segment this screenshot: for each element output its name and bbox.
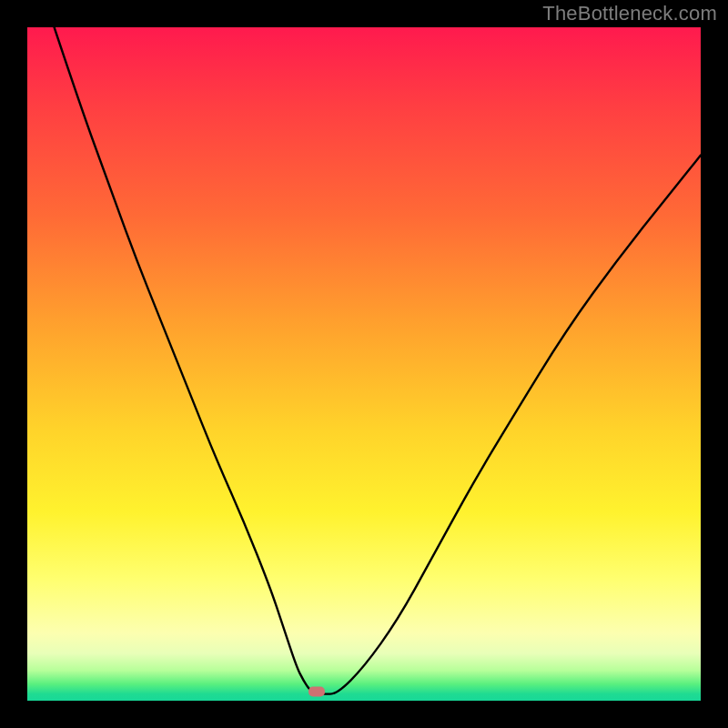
plot-area (27, 27, 701, 701)
watermark-text: TheBottleneck.com (542, 2, 717, 25)
optimum-marker (308, 686, 325, 696)
bottleneck-curve (27, 27, 701, 701)
chart-frame: TheBottleneck.com (0, 0, 728, 728)
